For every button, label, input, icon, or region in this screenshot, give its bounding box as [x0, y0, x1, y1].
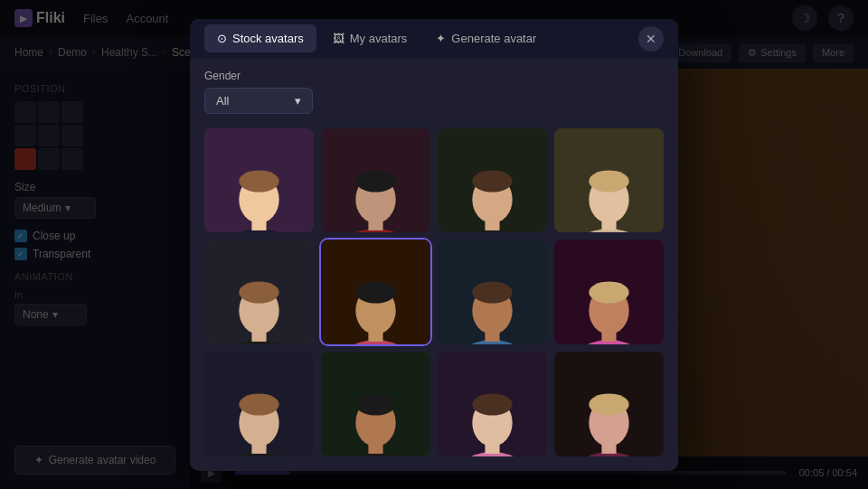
avatar-image-10 [321, 352, 430, 456]
svg-point-29 [355, 282, 395, 304]
svg-point-4 [239, 170, 278, 192]
gender-filter-label: Gender [204, 70, 664, 82]
avatar-image-7 [438, 240, 547, 344]
avatar-image-1 [204, 128, 314, 233]
avatar-image-9 [204, 352, 314, 456]
avatar-image-12 [554, 352, 664, 456]
avatar-image-4 [554, 128, 664, 233]
tab-stock-avatars[interactable]: ⊙ Stock avatars [204, 24, 316, 52]
avatar-card-7[interactable]: Anita♀ [438, 240, 547, 344]
tab-my-avatars[interactable]: 🖼 My avatars [320, 24, 420, 52]
avatar-grid: Alyssa♀Alyssa♀Amy♀Amy♀Amy♀AnitaAnita♀Ani… [190, 121, 678, 471]
search-icon: ⊙ [217, 32, 227, 45]
avatar-image-11 [438, 352, 547, 456]
svg-point-24 [239, 282, 278, 304]
avatar-card-5[interactable]: Amy♀ [204, 240, 314, 344]
gender-filter-section: Gender All ▾ [190, 59, 678, 121]
avatar-card-1[interactable]: Alyssa♀ [204, 128, 314, 233]
svg-point-34 [472, 282, 512, 304]
generate-icon: ✦ [436, 32, 446, 45]
avatar-card-11[interactable] [438, 352, 547, 456]
avatar-image-6: Anita [321, 240, 430, 344]
avatar-card-12[interactable] [554, 352, 664, 456]
avatar-picker-modal: ⊙ Stock avatars 🖼 My avatars ✦ Generate … [190, 19, 678, 471]
gender-select-dropdown[interactable]: All ▾ [204, 88, 313, 114]
svg-point-44 [239, 393, 278, 415]
svg-point-14 [472, 170, 512, 192]
my-avatars-icon: 🖼 [333, 32, 344, 45]
avatar-card-6[interactable]: AnitaAnita♀ [321, 240, 430, 344]
avatar-image-2 [321, 128, 430, 233]
avatar-card-3[interactable]: Amy♀ [438, 128, 547, 233]
avatar-image-3 [438, 128, 547, 233]
avatar-card-2[interactable]: Alyssa♀ [321, 128, 430, 233]
tab-generate-avatar[interactable]: ✦ Generate avatar [423, 24, 549, 52]
avatar-image-5 [204, 240, 314, 344]
svg-point-59 [589, 393, 628, 415]
avatar-card-10[interactable] [321, 352, 430, 456]
svg-point-9 [355, 170, 395, 192]
svg-point-39 [589, 282, 628, 304]
svg-point-54 [472, 393, 512, 415]
avatar-card-8[interactable]: Anita♀ [554, 240, 664, 344]
modal-overlay: ⊙ Stock avatars 🖼 My avatars ✦ Generate … [0, 0, 868, 489]
svg-point-19 [589, 170, 628, 192]
avatar-card-4[interactable]: Amy♀ [554, 128, 664, 233]
avatar-image-8 [554, 240, 664, 344]
chevron-down-icon-gender: ▾ [295, 94, 301, 108]
modal-close-button[interactable]: ✕ [638, 26, 664, 52]
avatar-card-9[interactable] [204, 352, 314, 456]
svg-point-49 [355, 393, 395, 415]
modal-tab-bar: ⊙ Stock avatars 🖼 My avatars ✦ Generate … [190, 19, 678, 59]
